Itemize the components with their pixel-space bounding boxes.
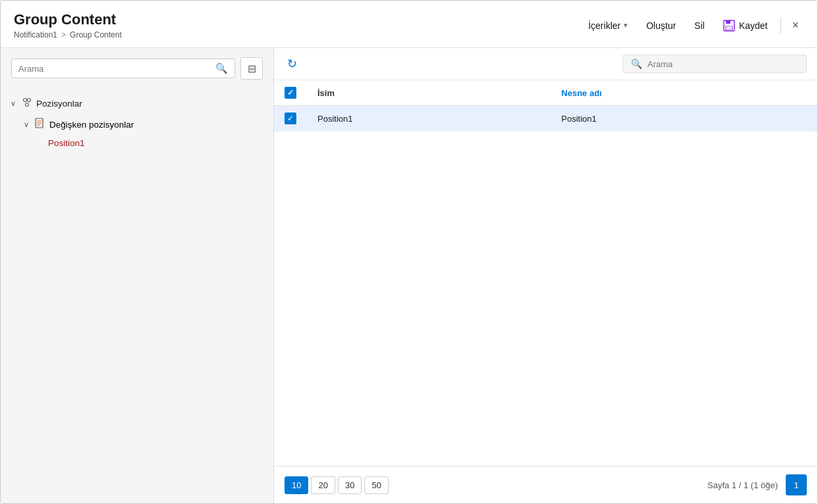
create-label: Oluştur xyxy=(646,20,676,31)
contents-button[interactable]: İçerikler ▾ xyxy=(580,16,636,35)
refresh-button[interactable]: ↻ xyxy=(285,55,300,72)
variable-icon xyxy=(34,117,46,132)
page-size-20[interactable]: 20 xyxy=(311,476,335,494)
pagination: 10 20 30 50 Sayfa 1 / 1 (1 öğe) 1 xyxy=(274,466,817,503)
page-size-50[interactable]: 50 xyxy=(364,476,388,494)
tree-child-label: Değişken pozisyonlar xyxy=(49,120,134,130)
delete-button[interactable]: Sil xyxy=(686,16,713,35)
create-button[interactable]: Oluştur xyxy=(638,16,684,35)
right-search-wrapper[interactable]: 🔍 xyxy=(622,55,807,73)
header: Group Content Notification1 > Group Cont… xyxy=(1,1,817,48)
delete-label: Sil xyxy=(694,20,705,31)
grid-view-button[interactable]: ⊟ xyxy=(240,57,263,80)
row-checkbox[interactable] xyxy=(285,113,296,124)
chevron-down-icon: ∨ xyxy=(22,120,31,129)
table-header-row: İsim Nesne adı xyxy=(274,80,817,106)
tree-leaf-area: Position1 xyxy=(19,135,268,151)
tree-node-root[interactable]: ∨ Pozisyonlar xyxy=(6,93,268,114)
right-search-input[interactable] xyxy=(647,59,798,69)
page-size-10[interactable]: 10 xyxy=(285,476,308,494)
page-size-20-label: 20 xyxy=(318,480,327,490)
main-window: Group Content Notification1 > Group Cont… xyxy=(0,0,818,504)
tree-area: ∨ Pozisyonlar ∨ xyxy=(1,89,273,503)
close-icon: × xyxy=(792,18,799,32)
current-page-label: 1 xyxy=(794,480,798,490)
table-header: İsim Nesne adı xyxy=(274,80,817,106)
breadcrumb: Notification1 > Group Content xyxy=(14,30,122,39)
row-object-cell: Position1 xyxy=(551,106,817,132)
left-search-bar: 🔍 ⊟ xyxy=(1,48,273,89)
table-container: İsim Nesne adı Position1 Position1 xyxy=(274,80,817,466)
header-left: Group Content Notification1 > Group Cont… xyxy=(14,11,122,39)
search-icon: 🔍 xyxy=(631,59,642,69)
tree-children: ∨ Değişken pozisyonlar xyxy=(6,114,268,151)
right-toolbar: ↻ 🔍 xyxy=(274,48,817,80)
header-actions: İçerikler ▾ Oluştur Sil Kaydet × xyxy=(580,16,804,36)
table-body: Position1 Position1 xyxy=(274,106,817,132)
tree-node-sub[interactable]: ∨ Değişken pozisyonlar xyxy=(19,114,268,135)
table-row[interactable]: Position1 Position1 xyxy=(274,106,817,132)
header-checkbox-cell xyxy=(274,80,307,106)
svg-point-5 xyxy=(28,99,31,102)
body: 🔍 ⊟ ∨ xyxy=(1,48,817,503)
header-divider xyxy=(780,18,781,34)
refresh-icon: ↻ xyxy=(287,57,297,70)
svg-rect-3 xyxy=(726,26,732,30)
right-panel: ↻ 🔍 İsim Nesne adı xyxy=(274,48,817,503)
page-size-50-label: 50 xyxy=(371,480,381,490)
contents-label: İçerikler xyxy=(588,20,620,31)
svg-point-4 xyxy=(24,99,27,102)
page-title: Group Content xyxy=(14,11,122,28)
select-all-checkbox[interactable] xyxy=(285,87,296,99)
tree-root-label: Pozisyonlar xyxy=(36,99,82,109)
breadcrumb-current: Group Content xyxy=(70,30,122,39)
page-size-10-label: 10 xyxy=(292,480,301,490)
left-search-button[interactable]: 🔍 xyxy=(215,63,228,74)
col-object-header: Nesne adı xyxy=(551,80,817,106)
page-size-30-label: 30 xyxy=(345,480,354,490)
svg-rect-1 xyxy=(726,20,730,24)
tree-leaf-label: Position1 xyxy=(48,138,85,148)
breadcrumb-parent: Notification1 xyxy=(14,30,57,39)
save-label: Kaydet xyxy=(739,20,768,31)
row-checkbox-cell[interactable] xyxy=(274,106,307,132)
left-search-wrapper[interactable]: 🔍 xyxy=(11,59,235,78)
content-table: İsim Nesne adı Position1 Position1 xyxy=(274,80,817,132)
save-icon xyxy=(723,20,735,32)
group-icon xyxy=(21,96,33,111)
chevron-down-icon: ∨ xyxy=(9,99,18,108)
page-info: Sayfa 1 / 1 (1 öğe) xyxy=(391,480,778,490)
col-name-header: İsim xyxy=(307,80,551,106)
tree-node-leaf[interactable]: Position1 xyxy=(32,135,268,151)
left-search-input[interactable] xyxy=(18,64,211,74)
grid-icon: ⊟ xyxy=(248,63,256,75)
breadcrumb-separator: > xyxy=(61,30,66,39)
left-panel: 🔍 ⊟ ∨ xyxy=(1,48,274,503)
save-button[interactable]: Kaydet xyxy=(715,16,776,36)
svg-point-6 xyxy=(26,103,29,107)
chevron-down-icon: ▾ xyxy=(624,21,628,30)
row-name-cell: Position1 xyxy=(307,106,551,132)
search-icon: 🔍 xyxy=(215,63,228,74)
page-size-30[interactable]: 30 xyxy=(338,476,362,494)
page-number-button[interactable]: 1 xyxy=(786,474,807,495)
close-button[interactable]: × xyxy=(786,16,804,35)
